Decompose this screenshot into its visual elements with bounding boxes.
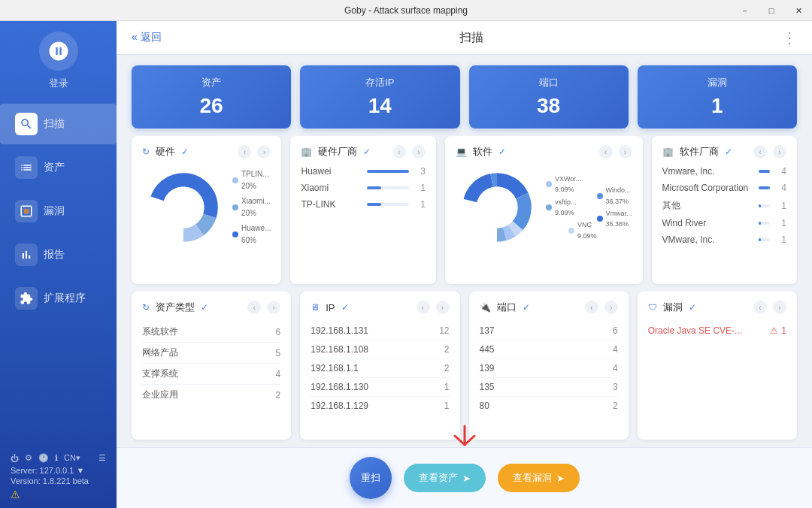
menu-button[interactable]: ⋮ xyxy=(782,29,797,47)
sw-vendor-item-0: Vmware, Inc. 4 xyxy=(662,166,787,177)
sidebar-extensions-label: 扩展程序 xyxy=(44,292,86,305)
minimize-button[interactable]: － xyxy=(731,0,758,21)
sw-label-vsftip: vsftip...9.09% xyxy=(546,197,597,219)
ip-next[interactable]: › xyxy=(436,301,450,314)
ip-check: ✓ xyxy=(341,302,349,313)
asset-type-refresh[interactable]: ↻ xyxy=(142,302,150,313)
hardware-vendor-prev[interactable]: ‹ xyxy=(392,145,406,159)
menu-icon[interactable]: ☰ xyxy=(98,453,106,463)
ip-panel: 🖥 IP ✓ ‹ › 192.168.1.131 12 192.168.1.10… xyxy=(300,292,459,440)
hardware-vendor-next[interactable]: › xyxy=(412,145,426,159)
server-info[interactable]: Server: 127.0.0.1 ▼ xyxy=(11,466,106,475)
view-assets-icon: ➤ xyxy=(462,473,471,484)
vuln-next[interactable]: › xyxy=(773,301,786,314)
report-icon xyxy=(20,248,33,262)
page-title: 扫描 xyxy=(162,30,782,46)
port-icon: 🔌 xyxy=(480,302,491,313)
hardware-label-huawei: Huawe...60% xyxy=(232,222,271,246)
port-nav: ‹ › xyxy=(582,301,618,314)
hardware-vendor-icon: 🏢 xyxy=(301,147,312,157)
sw-vendor-prev[interactable]: ‹ xyxy=(753,145,767,159)
asset-type-prev[interactable]: ‹ xyxy=(247,301,261,314)
software-prev[interactable]: ‹ xyxy=(599,145,613,159)
back-button[interactable]: « 返回 xyxy=(132,31,162,44)
clock-icon[interactable]: 🕐 xyxy=(38,453,49,463)
port-prev[interactable]: ‹ xyxy=(585,301,598,314)
settings-icon[interactable]: ⚙ xyxy=(25,453,32,463)
vuln-prev[interactable]: ‹ xyxy=(753,301,767,314)
view-assets-button[interactable]: 查看资产 ➤ xyxy=(404,464,486,492)
ip-item-0: 192.168.1.131 12 xyxy=(311,322,449,340)
vuln-title-group: 🛡 漏洞 ✓ xyxy=(648,301,750,314)
vuln-list: Oracle Java SE CVE-... ⚠ 1 xyxy=(648,322,786,340)
hardware-prev-button[interactable]: ‹ xyxy=(238,145,251,159)
lang-label[interactable]: CN▾ xyxy=(64,453,80,463)
scan-icon xyxy=(20,117,33,131)
hardware-panel-nav: ‹ › xyxy=(235,145,271,159)
software-panel: 💻 软件 ✓ ‹ › xyxy=(445,136,643,284)
sidebar-scan-label: 扫描 xyxy=(44,117,65,131)
titlebar: Goby - Attack surface mapping － □ ✕ xyxy=(0,0,812,21)
sidebar-item-report[interactable]: 报告 xyxy=(0,234,117,275)
sidebar-item-extensions[interactable]: 扩展程序 xyxy=(0,278,117,319)
info-icon[interactable]: ℹ xyxy=(55,453,58,463)
vuln-title: 漏洞 xyxy=(663,301,683,314)
port-item-3: 135 3 xyxy=(480,378,618,397)
software-panel-header: 💻 软件 ✓ ‹ › xyxy=(456,145,632,159)
asset-type-next[interactable]: › xyxy=(267,301,280,314)
sw-vendor-nav: ‹ › xyxy=(750,145,786,159)
port-next[interactable]: › xyxy=(604,301,618,314)
ip-item-2: 192.168.1.1 2 xyxy=(311,359,449,378)
vuln-nav: ‹ › xyxy=(750,301,786,314)
sidebar-item-scan[interactable]: 扫描 xyxy=(0,104,117,144)
stat-vulns-value: 1 xyxy=(650,94,785,118)
rescan-button[interactable]: 重扫 xyxy=(350,457,392,499)
sidebar-item-assets[interactable]: 资产 xyxy=(0,147,117,188)
maximize-button[interactable]: □ xyxy=(758,0,785,21)
port-list: 137 6 445 4 139 4 135 3 80 2 xyxy=(480,322,618,415)
stat-assets-value: 26 xyxy=(144,94,279,118)
sidebar-item-vulns[interactable]: 漏洞 xyxy=(0,191,117,231)
hardware-refresh-icon[interactable]: ↻ xyxy=(142,147,150,157)
asset-type-item-1: 网络产品 5 xyxy=(142,343,280,364)
hardware-vendor-panel-header: 🏢 硬件厂商 ✓ ‹ › xyxy=(301,145,426,159)
software-next[interactable]: › xyxy=(619,145,632,159)
vulns-icon-wrapper xyxy=(15,200,38,222)
software-donut-labels-2: Windo...36.37% Vmwar...36.36% xyxy=(597,185,632,230)
huawei-bar xyxy=(367,170,409,173)
vulns-icon xyxy=(20,204,33,218)
hardware-vendor-panel: 🏢 硬件厂商 ✓ ‹ › Huawei 3 Xiaomi xyxy=(290,136,436,284)
sw-label-windo: Windo...36.37% xyxy=(597,185,632,207)
port-item-1: 445 4 xyxy=(480,340,618,359)
asset-type-item-3: 企业应用 2 xyxy=(142,385,280,405)
ip-prev[interactable]: ‹ xyxy=(417,301,430,314)
hardware-donut-labels: TPLIN...20% Xiaomi...20% Huawe...60% xyxy=(232,168,271,246)
stat-ports-value: 38 xyxy=(481,94,617,118)
sidebar-bottom-icons: ⏻ ⚙ 🕐 ℹ CN▾ ☰ xyxy=(11,453,106,463)
port-item-0: 137 6 xyxy=(480,322,618,340)
hardware-label-tplink: TPLIN...20% xyxy=(232,168,271,192)
asset-type-title-group: ↻ 资产类型 ✓ xyxy=(142,301,244,314)
ip-item-1: 192.168.1.108 2 xyxy=(311,340,449,359)
ip-title: IP xyxy=(326,302,335,313)
hardware-donut-svg xyxy=(142,166,225,249)
hardware-vendor-list: Huawei 3 Xiaomi 1 TP-LINK 1 xyxy=(301,166,426,210)
view-vulns-button[interactable]: 查看漏洞 ➤ xyxy=(498,464,580,492)
scan-icon-wrapper xyxy=(15,113,38,135)
hardware-panel-header: ↻ 硬件 ✓ ‹ › xyxy=(142,145,271,159)
sw-vendor-next[interactable]: › xyxy=(773,145,786,159)
login-label[interactable]: 登录 xyxy=(49,77,68,90)
close-button[interactable]: ✕ xyxy=(785,0,812,21)
sw-vendor-item-2: 其他 1 xyxy=(662,199,787,212)
warning-icon: ⚠ xyxy=(11,488,20,500)
sw-label-vnc: VNC9.09% xyxy=(568,219,597,241)
power-icon[interactable]: ⏻ xyxy=(11,454,19,463)
port-title-group: 🔌 端口 ✓ xyxy=(480,301,582,314)
hardware-label-xiaomi: Xiaomi...20% xyxy=(232,195,271,219)
software-donut xyxy=(456,166,538,249)
extensions-icon-wrapper xyxy=(15,287,38,310)
view-vulns-icon: ➤ xyxy=(556,473,565,484)
hardware-next-button[interactable]: › xyxy=(257,145,271,159)
top-panels-row: ↻ 硬件 ✓ ‹ › xyxy=(117,136,812,292)
asset-type-header: ↻ 资产类型 ✓ ‹ › xyxy=(142,301,280,314)
